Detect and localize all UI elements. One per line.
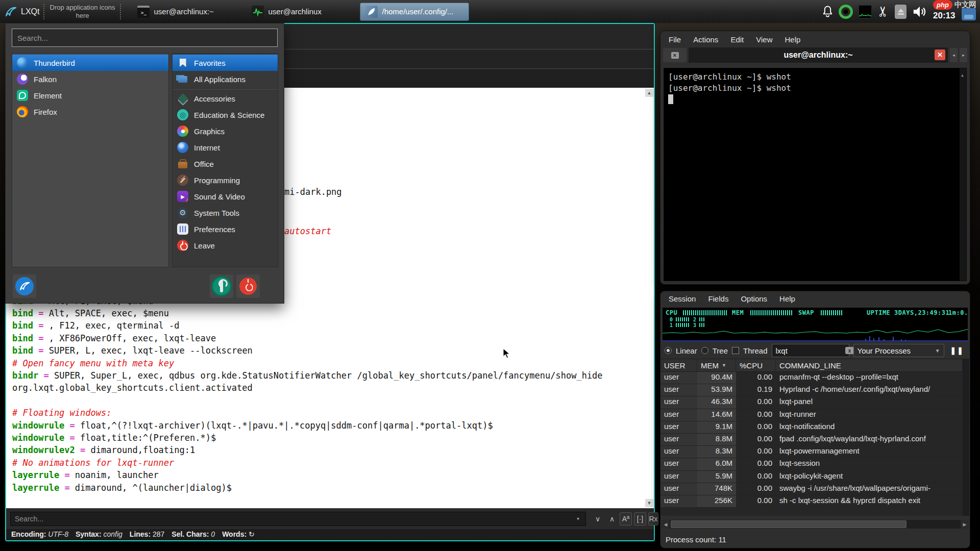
process-scope-select[interactable]: Your Processes ▼ [853,344,944,357]
process-row[interactable]: user748K0.00swaybg -i /usr/share/lxqt/wa… [660,483,963,495]
category-education-science[interactable]: ◎Education & Science [173,107,278,123]
process-row[interactable]: user8.8M0.00fpad .config/lxqt/wayland/lx… [660,434,963,446]
tab-close-button[interactable]: ✕ [935,49,945,60]
menu-help[interactable]: Help [779,294,795,303]
cell-user: user [660,384,697,396]
code-line: bind = , XF86PowerOff, exec, lxqt-leave [12,332,603,344]
word-count-refresh-icon[interactable]: ↻ [249,530,255,538]
column-header-cpu[interactable]: %CPU [736,359,776,371]
tab-list-button[interactable]: ✕ [663,48,687,62]
task-button-user-archlinux[interactable]: user@archlinux [247,3,331,21]
process-row[interactable]: user5.9M0.00lxqt-policykit-agent [660,471,963,483]
category-office[interactable]: Office [173,156,278,172]
process-row[interactable]: user9.1M0.00lxqt-notificationd [660,421,963,434]
tab-prev-button[interactable]: ◂ [950,48,958,62]
process-row[interactable]: user8.3M0.00lxqt-powermanagement [660,446,963,458]
process-row[interactable]: user6.0M0.00lxqt-session [660,458,963,470]
find-next-button[interactable]: ∨ [592,512,603,525]
task-button-home-user-config[interactable]: /home/user/.config/... [360,3,469,21]
scrollbar-thumb[interactable] [671,520,906,528]
category-favorites[interactable]: Favorites [173,55,278,71]
encoding-label: Encoding: [11,530,46,538]
menu-fields[interactable]: Fields [708,294,728,303]
volume-icon[interactable] [912,5,927,19]
code-equals: = [80,445,85,455]
lxqt-settings-button[interactable] [210,274,233,298]
process-row[interactable]: user46.3M0.00lxqt-panel [660,396,963,409]
scroll-down-arrow[interactable]: ▼ [645,499,653,507]
menu-session[interactable]: Session [669,294,696,303]
menu-item-firefox[interactable]: Firefox [12,104,168,120]
menu-options[interactable]: Options [741,294,767,303]
whole-word-button[interactable]: [·] [634,512,646,525]
column-header-user[interactable]: USER [660,359,697,371]
linear-label: Linear [676,346,697,355]
category-leave[interactable]: Leave [173,237,278,254]
scroll-left-arrow[interactable]: ◀ [662,520,670,529]
about-lxqt-button[interactable] [13,274,36,298]
category-accessories[interactable]: Accessories [173,90,278,107]
menu-file[interactable]: File [669,35,681,44]
category-graphics[interactable]: Graphics [173,123,278,139]
task-button-user-archlinux[interactable]: >_user@archlinux:~ [132,3,222,21]
removable-media-icon[interactable] [895,5,906,19]
linear-radio[interactable] [665,347,672,354]
tree-radio[interactable] [701,347,708,354]
category-all-applications[interactable]: All Applications [173,71,278,87]
clipboard-scissors-icon[interactable]: ✂ [876,6,890,17]
process-row[interactable]: user14.6M0.00lxqt-runner [660,409,963,421]
words-label: Words: [222,530,247,538]
code-key: layerrule [12,483,59,493]
scroll-up-arrow[interactable]: ▲ [645,89,653,97]
tab-next-button[interactable]: ▸ [960,48,967,62]
category-label: Accessories [194,94,235,103]
lxqt-menu-button[interactable]: LXQt [4,5,39,18]
notifications-bell-icon[interactable] [822,5,833,18]
cell-command: lxqt-policykit-agent [776,471,963,483]
category-internet[interactable]: Internet [173,139,278,156]
category-system-tools[interactable]: ⚙System Tools [173,205,278,221]
qps-vertical-scrollbar[interactable] [963,359,969,516]
column-header-mem[interactable]: MEM▼ [697,359,736,371]
filter-clear-icon[interactable]: x [845,347,854,354]
process-row[interactable]: user90.4M0.00pcmanfm-qt --desktop --prof… [660,372,963,384]
process-row[interactable]: user53.9M0.19Hyprland -c /home/user/.con… [660,384,963,396]
menu-item-falkon[interactable]: Falkon [12,71,168,87]
thread-checkbox[interactable] [732,347,739,354]
menu-edit[interactable]: Edit [730,35,744,44]
process-filter-input[interactable] [772,344,849,357]
app-menu-popup: ThunderbirdFalkonElementFirefox Favorite… [5,23,284,304]
editor-vertical-scrollbar[interactable]: ▲ ▼ [645,88,654,508]
menu-leave-button[interactable] [236,274,260,298]
category-sound-video[interactable]: Sound & Video [173,188,278,205]
tray-blue-icon[interactable] [962,8,976,20]
menu-item-thunderbird[interactable]: Thunderbird [12,55,168,71]
menu-actions[interactable]: Actions [693,35,718,44]
menu-search-input[interactable] [12,29,278,47]
panel-clock[interactable]: 20:13 [933,11,955,21]
quicklaunch-dropzone[interactable]: Drop application icons here [48,4,116,19]
qps-horizontal-scrollbar[interactable]: ◀ ▶ [662,520,969,529]
scroll-up-arrow[interactable]: ▲ [961,70,964,81]
network-graph-icon[interactable] [859,5,872,18]
process-row[interactable]: user256K0.00sh -c lxqt-session && hyprct… [660,495,963,508]
scroll-right-arrow[interactable]: ▶ [961,520,969,529]
menu-view[interactable]: View [756,35,772,44]
pause-button[interactable]: ❚❚ [950,346,964,355]
search-history-dropdown-icon[interactable]: ▾ [577,516,579,521]
cpu-monitor-icon[interactable] [839,5,853,19]
category-programming[interactable]: Programming [173,172,278,188]
column-header-command-line[interactable]: COMMAND_LINE [776,359,963,371]
match-case-button[interactable]: Aª [620,512,632,525]
terminal-tab[interactable]: user@archlinux:~ ✕ [689,47,948,63]
terminal-scrollbar[interactable]: ▲ [960,68,966,281]
category-preferences[interactable]: Preferences [173,221,278,237]
menu-item-label: Thunderbird [34,59,75,67]
systemtools-icon: ⚙ [177,207,188,218]
editor-search-input[interactable] [10,512,586,526]
regex-button[interactable]: Rx [648,512,658,525]
menu-help[interactable]: Help [785,35,800,44]
menu-item-element[interactable]: Element [12,87,168,104]
terminal-content[interactable]: [user@archlinux ~]$ wshot[user@archlinux… [664,68,967,281]
find-prev-button[interactable]: ∧ [606,512,618,525]
